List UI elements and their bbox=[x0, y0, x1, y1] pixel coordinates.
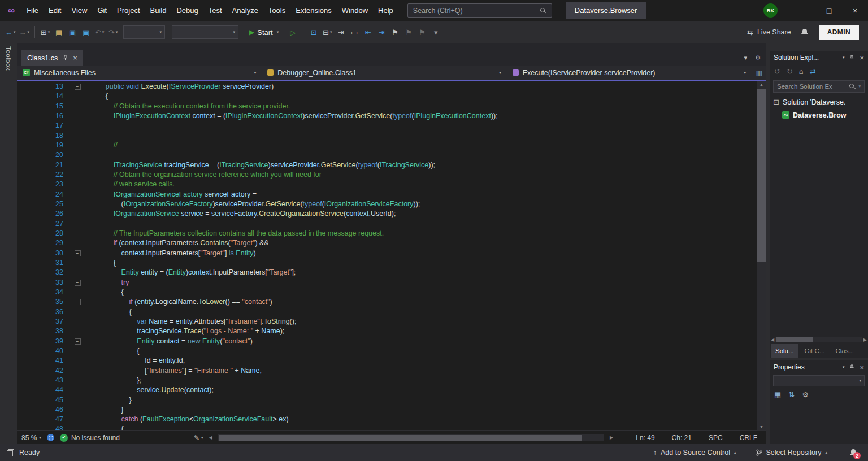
property-pages-icon[interactable]: ⚙ bbox=[802, 390, 809, 399]
vertical-scrollbar[interactable]: ▲ ▼ bbox=[757, 81, 766, 430]
code-line[interactable]: 14 { bbox=[17, 92, 757, 101]
vertical-scrollbar-thumb[interactable] bbox=[757, 89, 766, 262]
code-line[interactable]: 29 if (context.InputParameters.Contains(… bbox=[17, 238, 757, 248]
close-icon[interactable]: × bbox=[860, 54, 864, 62]
sync-with-active-document-icon[interactable]: ⇄ bbox=[810, 67, 816, 76]
document-tab[interactable]: Class1.cs × bbox=[21, 50, 83, 66]
menu-help[interactable]: Help bbox=[373, 0, 398, 21]
code-line[interactable]: 32 Entity entity = (Entity)context.Input… bbox=[17, 268, 757, 277]
home-icon[interactable]: ⌂ bbox=[799, 67, 804, 76]
menu-file[interactable]: File bbox=[21, 0, 44, 21]
collapse-region-icon[interactable]: − bbox=[75, 299, 81, 305]
code-line[interactable]: 42 ["firstnames"] = "Firstname " + Name, bbox=[17, 366, 757, 376]
code-line[interactable]: 39− Entity contact = new Entity("contact… bbox=[17, 337, 757, 346]
undo-icon[interactable]: ↶▾ bbox=[93, 25, 106, 40]
zoom-control[interactable]: 85 % ▾ bbox=[21, 434, 41, 442]
split-editor-icon[interactable]: ▥ bbox=[752, 66, 766, 80]
space-indicator[interactable]: SPC bbox=[709, 434, 723, 442]
code-line[interactable]: 30− context.InputParameters["Target"] is… bbox=[17, 249, 757, 258]
code-line[interactable]: 45 } bbox=[17, 395, 757, 405]
select-repository-button[interactable]: Select Repository ▴ bbox=[756, 449, 827, 456]
properties-header[interactable]: Properties ▾ × bbox=[770, 360, 868, 374]
notifications-bell-icon[interactable]: 2 bbox=[849, 449, 857, 456]
code-line[interactable]: 27 bbox=[17, 219, 757, 229]
toolbar-options-icon[interactable]: ▾ bbox=[429, 25, 442, 40]
scroll-left-icon[interactable]: ◀ bbox=[771, 337, 774, 342]
new-project-icon[interactable]: ⊞▾ bbox=[38, 25, 52, 40]
solution-explorer-hscrollbar[interactable]: ◀ ▶ bbox=[770, 336, 868, 343]
code-line[interactable]: 17 bbox=[17, 121, 757, 131]
code-line[interactable]: 23 // web service calls. bbox=[17, 180, 757, 189]
start-debugging-button[interactable]: ▶Start▾ bbox=[244, 25, 284, 40]
issues-indicator[interactable]: ✔ No issues found bbox=[60, 434, 120, 442]
save-all-icon[interactable]: ▣ bbox=[79, 25, 93, 40]
code-line[interactable]: 28 // The InputParameters collection con… bbox=[17, 229, 757, 238]
solution-search-box[interactable]: Search Solution Ex ▾ bbox=[773, 80, 865, 93]
line-ending-indicator[interactable]: CRLF bbox=[740, 434, 757, 442]
toolbox-panel-tab[interactable]: Toolbox bbox=[0, 43, 17, 444]
menu-tools[interactable]: Tools bbox=[263, 0, 290, 21]
code-line[interactable]: 35− if (entity.LogicalName.ToLower() == … bbox=[17, 297, 757, 307]
code-line[interactable]: 31 { bbox=[17, 258, 757, 268]
add-to-source-control-button[interactable]: ↑ Add to Source Control ▴ bbox=[653, 449, 736, 456]
properties-object-combo[interactable]: ▾ bbox=[773, 375, 865, 386]
tool-tab-clas[interactable]: Clas... bbox=[831, 344, 858, 358]
document-health-icon[interactable] bbox=[47, 434, 54, 441]
project-dropdown[interactable]: C# Miscellaneous Files ▾ bbox=[17, 66, 262, 80]
method-dropdown[interactable]: Execute(IServiceProvider serviceProvider… bbox=[507, 66, 752, 80]
collapse-region-icon[interactable]: − bbox=[75, 84, 81, 90]
code-line[interactable]: 40 { bbox=[17, 346, 757, 356]
class-dropdown[interactable]: Debugger_Online.Class1 ▾ bbox=[262, 66, 506, 80]
categorized-icon[interactable]: ▦ bbox=[774, 390, 781, 399]
collapse-region-icon[interactable]: − bbox=[75, 280, 81, 286]
menu-git[interactable]: Git bbox=[92, 0, 112, 21]
nav-forward-icon[interactable]: →▾ bbox=[18, 25, 32, 40]
code-line[interactable]: 25 (IOrganizationServiceFactory)serviceP… bbox=[17, 199, 757, 209]
tab-settings-gear-icon[interactable]: ⚙ bbox=[755, 54, 761, 62]
tool-tab-gitc[interactable]: Git C... bbox=[800, 344, 830, 358]
save-icon[interactable]: ▣ bbox=[66, 25, 79, 40]
toggle-bookmark-icon[interactable]: ⚑ bbox=[388, 25, 402, 40]
code-line[interactable]: 22 // Obtain the organization service re… bbox=[17, 170, 757, 180]
code-line[interactable]: 13− public void Execute(IServiceProvider… bbox=[17, 82, 757, 92]
minimize-button[interactable]: ─ bbox=[790, 0, 816, 21]
next-bookmark-icon[interactable]: ⚑ bbox=[415, 25, 429, 40]
menu-extensions[interactable]: Extensions bbox=[290, 0, 337, 21]
menu-build[interactable]: Build bbox=[145, 0, 172, 21]
prev-bookmark-icon[interactable]: ⚑ bbox=[402, 25, 415, 40]
run-to-cursor-icon[interactable]: ⇥ bbox=[334, 25, 348, 40]
forward-icon[interactable]: ↻ bbox=[787, 67, 793, 76]
collapse-region-icon[interactable]: − bbox=[75, 338, 81, 345]
menu-project[interactable]: Project bbox=[112, 0, 145, 21]
code-line[interactable]: 26 IOrganizationService service = servic… bbox=[17, 209, 757, 219]
collapse-region-icon[interactable]: − bbox=[75, 250, 81, 256]
horizontal-scrollbar[interactable] bbox=[218, 434, 604, 441]
scrollbar-thumb[interactable] bbox=[776, 337, 813, 342]
scroll-up-icon[interactable]: ▲ bbox=[757, 82, 766, 86]
solution-platforms-combo[interactable]: ▾ bbox=[172, 25, 238, 39]
redo-icon[interactable]: ↷▾ bbox=[106, 25, 120, 40]
attach-to-process-icon[interactable]: ⊡ bbox=[307, 25, 320, 40]
preview-changes-icon[interactable]: ⊟▾ bbox=[320, 25, 334, 40]
code-line[interactable]: 36 { bbox=[17, 307, 757, 317]
code-line[interactable]: 48 { bbox=[17, 424, 757, 430]
live-share-button[interactable]: ⇆ Live Share bbox=[747, 28, 791, 37]
code-line[interactable]: 20 bbox=[17, 150, 757, 160]
decrease-indent-icon[interactable]: ⇤ bbox=[361, 25, 375, 40]
background-tasks-icon[interactable] bbox=[7, 449, 14, 456]
code-line[interactable]: 47 catch (FaultException<OrganizationSer… bbox=[17, 415, 757, 424]
back-icon[interactable]: ↺ bbox=[774, 67, 780, 76]
code-line[interactable]: 44 service.Update(contact); bbox=[17, 385, 757, 395]
chevron-down-icon[interactable]: ▾ bbox=[843, 365, 845, 369]
start-without-debugging-icon[interactable]: ▷ bbox=[286, 25, 300, 40]
code-line[interactable]: 33− try bbox=[17, 278, 757, 288]
solution-name-chip[interactable]: Dataverse.Browser bbox=[566, 2, 646, 19]
increase-indent-icon[interactable]: ⇥ bbox=[375, 25, 388, 40]
code-line[interactable]: 15 // Obtain the execution context from … bbox=[17, 102, 757, 111]
user-avatar[interactable]: RK bbox=[763, 3, 778, 18]
scroll-right-icon[interactable]: ▶ bbox=[610, 435, 613, 440]
solution-explorer-header[interactable]: Solution Expl... ▾ × bbox=[770, 51, 868, 64]
code-editor[interactable]: 13− public void Execute(IServiceProvider… bbox=[17, 81, 766, 430]
menu-analyze[interactable]: Analyze bbox=[227, 0, 263, 21]
menu-edit[interactable]: Edit bbox=[44, 0, 66, 21]
